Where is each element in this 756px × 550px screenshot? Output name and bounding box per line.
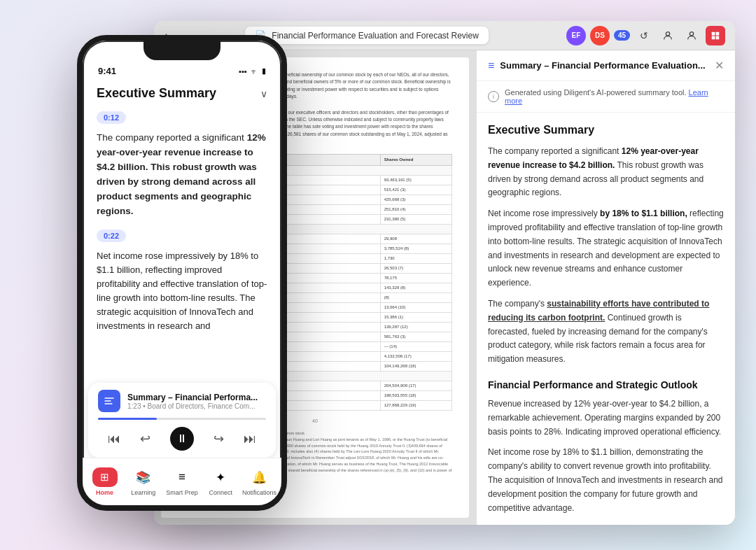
learning-icon: 📚 xyxy=(136,470,150,485)
nav-item-home[interactable]: ⊞ Home xyxy=(85,467,124,496)
phone-header: Executive Summary ∨ xyxy=(97,86,267,101)
svg-rect-5 xyxy=(712,31,715,35)
svg-rect-1 xyxy=(104,400,111,401)
action-button[interactable] xyxy=(706,26,725,45)
home-icon: ⊞ xyxy=(100,471,109,484)
exec-summary-title: Executive Summary xyxy=(488,124,724,136)
avatar-ef[interactable]: EF xyxy=(566,26,586,45)
summary-panel: ≡ Summary – Financial Performance Evalua… xyxy=(476,50,735,525)
learning-icon-wrap: 📚 xyxy=(131,467,156,487)
nav-item-smartprep[interactable]: ≡ Smart Prep xyxy=(162,467,201,496)
time-badge-1: 0:12 xyxy=(97,111,126,124)
phone-frame: 9:41 ▪▪▪ ᯤ ▮ Executive Summary ∨ 0:12 Th… xyxy=(77,35,287,511)
battery-icon: ▮ xyxy=(262,66,266,76)
tab-label: Financial Performance Evaluation and For… xyxy=(272,31,478,41)
summary-close-button[interactable]: ✕ xyxy=(715,59,724,72)
nav-label-home: Home xyxy=(96,489,113,496)
svg-rect-6 xyxy=(716,31,720,35)
notifications-icon-wrap: 🔔 xyxy=(246,467,272,487)
summary-para-2: Net income rose impressively by 18% to $… xyxy=(488,207,724,290)
connect-icon: ✦ xyxy=(216,470,225,485)
summary-title: Summary – Financial Performance Evaluati… xyxy=(500,60,709,71)
connect-icon-wrap: ✦ xyxy=(208,467,233,487)
home-icon-wrap: ⊞ xyxy=(92,467,118,487)
chevron-down-icon[interactable]: ∨ xyxy=(260,88,267,99)
skip-back-button[interactable]: ⏮ xyxy=(108,432,120,446)
nav-item-notifications[interactable]: 🔔 Notifications xyxy=(240,467,279,496)
svg-point-3 xyxy=(666,31,669,35)
player-bar: Summary – Financial Performa... 1:23 • B… xyxy=(88,383,276,458)
bell-icon: 🔔 xyxy=(252,470,267,485)
forward-button[interactable]: ↪ xyxy=(214,431,224,446)
phone-time: 9:41 xyxy=(98,66,116,76)
svg-rect-7 xyxy=(712,36,715,39)
player-info: Summary – Financial Performa... 1:23 • B… xyxy=(98,390,266,412)
play-pause-button[interactable]: ⏸ xyxy=(170,427,194,451)
signal-icon: ▪▪▪ xyxy=(239,67,247,76)
smartprep-icon-wrap: ≡ xyxy=(169,467,195,487)
info-icon: i xyxy=(488,91,499,102)
progress-bar[interactable] xyxy=(98,418,266,420)
summary-menu-icon: ≡ xyxy=(488,59,494,72)
phone-section-title: Executive Summary xyxy=(97,86,216,101)
summary-content[interactable]: Executive Summary The company reported a… xyxy=(477,113,735,525)
summary-para-3: The company's sustainability efforts hav… xyxy=(488,297,724,367)
player-meta: Summary – Financial Performa... 1:23 • B… xyxy=(127,393,266,410)
summary-para-1: The company reported a significant 12% y… xyxy=(488,145,724,200)
player-subtitle: 1:23 • Board of Directors, Finance Com..… xyxy=(127,402,266,410)
text-block-2: Net income rose impressively by 18% to $… xyxy=(97,249,267,334)
fin-perf-title: Financial Performance and Strategic Outl… xyxy=(488,379,724,390)
nav-label-connect: Connect xyxy=(209,489,232,496)
svg-point-4 xyxy=(690,31,693,35)
svg-rect-2 xyxy=(104,403,112,404)
summary-para-5: Net income rose by 18% to $1.1 billion, … xyxy=(488,446,724,515)
summary-header: ≡ Summary – Financial Performance Evalua… xyxy=(477,50,735,81)
avatar-ds[interactable]: DS xyxy=(590,26,610,45)
skip-forward-button[interactable]: ⏭ xyxy=(244,432,256,446)
refresh-button[interactable]: ↺ xyxy=(634,26,654,45)
notice-text: Generated using Diligent's AI-powered su… xyxy=(505,88,724,105)
player-icon xyxy=(98,390,120,412)
smartprep-icon: ≡ xyxy=(178,470,186,484)
svg-rect-8 xyxy=(716,36,720,39)
summary-para-4: Revenue increased by 12% year-over-year … xyxy=(488,397,724,439)
learn-more-link[interactable]: Learn more xyxy=(505,88,708,105)
phone: 9:41 ▪▪▪ ᯤ ▮ Executive Summary ∨ 0:12 Th… xyxy=(77,35,287,511)
phone-notch xyxy=(144,41,220,60)
menu-lines-icon xyxy=(104,395,115,407)
svg-rect-0 xyxy=(104,397,113,398)
player-title: Summary – Financial Performa... xyxy=(127,393,266,402)
rewind-button[interactable]: ↩ xyxy=(140,431,150,446)
count-badge: 45 xyxy=(614,30,630,41)
wifi-icon: ᯤ xyxy=(251,67,258,76)
highlight-text-1: 12% year-over-year revenue increase to $… xyxy=(97,132,266,216)
nav-item-connect[interactable]: ✦ Connect xyxy=(202,467,240,496)
nav-label-notifications: Notifications xyxy=(242,489,276,496)
time-badge-2: 0:22 xyxy=(97,230,126,242)
table-header-shares: Shares Owned xyxy=(380,154,451,165)
text-block-1: The company reported a significant 12% y… xyxy=(97,131,267,219)
user-icon-1[interactable] xyxy=(658,26,678,45)
player-controls: ⏮ ↩ ⏸ ↪ ⏭ xyxy=(98,427,266,451)
bottom-nav: ⊞ Home 📚 Learning ≡ Smart Prep ✦ xyxy=(83,458,281,505)
nav-label-learning: Learning xyxy=(131,489,155,496)
nav-item-learning[interactable]: 📚 Learning xyxy=(124,467,162,496)
nav-label-smartprep: Smart Prep xyxy=(166,489,198,496)
summary-notice: i Generated using Diligent's AI-powered … xyxy=(477,81,735,113)
user-icon-2[interactable] xyxy=(682,26,701,45)
progress-fill xyxy=(98,418,157,420)
titlebar-actions: EF DS 45 ↺ xyxy=(566,26,725,45)
status-icons: ▪▪▪ ᯤ ▮ xyxy=(239,66,266,76)
